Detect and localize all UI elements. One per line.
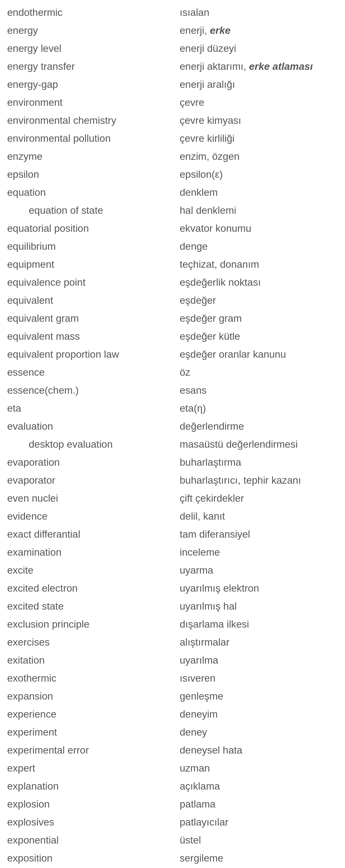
translation-41: deneysel hata <box>180 743 338 758</box>
term-20: essence <box>7 365 180 380</box>
term-8: enzyme <box>7 149 180 164</box>
entry-row: equivalent grameşdeğer gram <box>0 309 345 327</box>
term-5: environment <box>7 95 180 110</box>
term-18: equivalent mass <box>7 329 180 344</box>
term-37: exothermic <box>7 671 180 686</box>
dictionary-container: endothermicısıalanenergyenerji, erkeener… <box>0 0 345 868</box>
term-11: equation of state <box>7 203 180 218</box>
term-1: energy <box>7 23 180 38</box>
translation-37: ısıveren <box>180 671 338 686</box>
term-0: endothermic <box>7 5 180 20</box>
term-16: equivalent <box>7 293 180 308</box>
entry-row: expansiongenleşme <box>0 687 345 705</box>
term-45: explosives <box>7 815 180 830</box>
entry-row: experimentdeney <box>0 723 345 741</box>
entry-row: equivalence pointeşdeğerlik noktası <box>0 273 345 291</box>
translation-13: denge <box>180 239 338 254</box>
translation-33: uyarılmış hal <box>180 599 338 614</box>
entry-row: essenceöz <box>0 363 345 381</box>
translation-24: masaüstü değerlendirmesi <box>180 437 338 452</box>
translation-1: enerji, erke <box>180 23 338 38</box>
translation-28: delil, kanıt <box>180 509 338 524</box>
entry-row: equation of statehal denklemi <box>0 202 345 220</box>
entry-row: equipmentteçhizat, donanım <box>0 256 345 273</box>
entry-row: exercisesalıştırmalar <box>0 633 345 651</box>
translation-6: çevre kimyası <box>180 113 338 128</box>
term-15: equivalence point <box>7 275 180 290</box>
entry-row: explosionpatlama <box>0 795 345 813</box>
entry-row: explanationaçıklama <box>0 777 345 795</box>
translation-20: öz <box>180 365 338 380</box>
entry-row: epsilonepsilon(ε) <box>0 166 345 184</box>
term-7: environmental pollution <box>7 131 180 146</box>
entry-row: equivalenteşdeğer <box>0 291 345 309</box>
entry-row: exciteuyarma <box>0 561 345 579</box>
term-38: expansion <box>7 689 180 704</box>
entry-row: enzymeenzim, özgen <box>0 148 345 166</box>
entry-row: experiencedeneyim <box>0 705 345 723</box>
term-27: even nuclei <box>7 491 180 506</box>
entry-row: equilibriumdenge <box>0 238 345 256</box>
translation-26: buharlaştırıcı, tephir kazanı <box>180 473 338 488</box>
term-31: excite <box>7 563 180 578</box>
term-29: exact differantial <box>7 527 180 542</box>
translation-35: alıştırmalar <box>180 635 338 650</box>
entry-row: essence(chem.)esans <box>0 381 345 399</box>
entry-row: evaporatorbuharlaştırıcı, tephir kazanı <box>0 471 345 489</box>
translation-31: uyarma <box>180 563 338 578</box>
term-23: evaluation <box>7 419 180 434</box>
term-10: equation <box>7 185 180 200</box>
term-34: exclusion principle <box>7 617 180 632</box>
translation-38: genleşme <box>180 689 338 704</box>
entry-row: exothermicısıveren <box>0 669 345 687</box>
entry-row: equivalent proportion laweşdeğer oranlar… <box>0 345 345 363</box>
entry-row: evaluationdeğerlendirme <box>0 417 345 435</box>
entry-row: expertuzman <box>0 759 345 777</box>
term-22: eta <box>7 401 180 416</box>
entry-row: excited stateuyarılmış hal <box>0 597 345 615</box>
translation-0: ısıalan <box>180 5 338 20</box>
translation-45: patlayıcılar <box>180 815 338 830</box>
term-17: equivalent gram <box>7 311 180 326</box>
term-19: equivalent proportion law <box>7 347 180 362</box>
term-13: equilibrium <box>7 239 180 254</box>
translation-19: eşdeğer oranlar kanunu <box>180 347 338 362</box>
entry-row: energy-gapenerji aralığı <box>0 76 345 94</box>
term-40: experiment <box>7 725 180 740</box>
term-46: exponential <box>7 833 180 848</box>
entry-row: energy transferenerji aktarımı, erke atl… <box>0 58 345 76</box>
term-14: equipment <box>7 257 180 272</box>
entry-row: evidencedelil, kanıt <box>0 507 345 525</box>
entry-row: even nucleiçift çekirdekler <box>0 489 345 507</box>
translation-47: sergileme <box>180 851 338 866</box>
term-39: experience <box>7 707 180 722</box>
translation-5: çevre <box>180 95 338 110</box>
translation-15: eşdeğerlik noktası <box>180 275 338 290</box>
translation-40: deney <box>180 725 338 740</box>
entry-row: evaporationbuharlaştırma <box>0 453 345 471</box>
translation-10: denklem <box>180 185 338 200</box>
entry-row: equationdenklem <box>0 184 345 202</box>
term-33: excited state <box>7 599 180 614</box>
translation-18: eşdeğer kütle <box>180 329 338 344</box>
translation-17: eşdeğer gram <box>180 311 338 326</box>
translation-42: uzman <box>180 761 338 776</box>
term-25: evaporation <box>7 455 180 470</box>
term-2: energy level <box>7 41 180 56</box>
translation-7: çevre kirliliği <box>180 131 338 146</box>
entry-row: exact differantialtam diferansiyel <box>0 525 345 543</box>
term-30: examination <box>7 545 180 560</box>
entry-row: excited electronuyarılmış elektron <box>0 579 345 597</box>
term-35: exercises <box>7 635 180 650</box>
translation-8: enzim, özgen <box>180 149 338 164</box>
translation-3: enerji aktarımı, erke atlaması <box>180 59 338 74</box>
term-9: epsilon <box>7 167 180 182</box>
term-41: experimental error <box>7 743 180 758</box>
entry-row: exponentialüstel <box>0 831 345 849</box>
translation-27: çift çekirdekler <box>180 491 338 506</box>
term-4: energy-gap <box>7 77 180 92</box>
term-24: desktop evaluation <box>7 437 180 452</box>
translation-39: deneyim <box>180 707 338 722</box>
translation-14: teçhizat, donanım <box>180 257 338 272</box>
term-32: excited electron <box>7 581 180 596</box>
